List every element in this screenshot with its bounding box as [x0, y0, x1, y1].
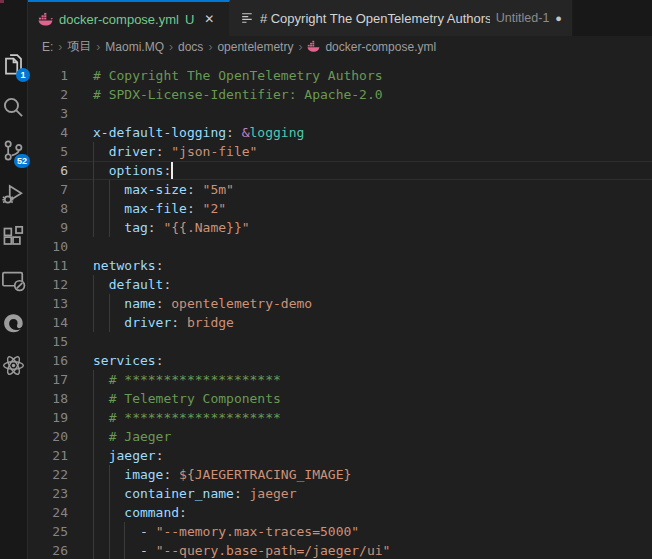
tab-untitled-1[interactable]: # Copyright The OpenTelemetry Authors Un…	[230, 0, 573, 36]
code-line[interactable]: 1 # Copyright The OpenTelemetry Authors	[28, 66, 652, 85]
code-text: tag: "{{.Name}}"	[93, 218, 652, 237]
code-token: logging	[250, 125, 305, 140]
line-number: 12	[28, 275, 68, 294]
code-token: driver	[124, 315, 171, 330]
code-token: :	[226, 125, 242, 140]
code-token: :	[156, 144, 172, 159]
code-line[interactable]: 15	[28, 332, 652, 351]
breadcrumb-item[interactable]: opentelemetry	[217, 40, 293, 54]
code-token	[93, 410, 109, 425]
breadcrumb-item[interactable]: Maomi.MQ	[105, 40, 164, 54]
edge-browser-icon	[1, 310, 26, 335]
code-line[interactable]: 16 services:	[28, 351, 652, 370]
editor[interactable]: 1 # Copyright The OpenTelemetry Authors …	[28, 57, 652, 559]
code-token: image	[124, 467, 163, 482]
line-number: 8	[28, 199, 68, 218]
line-number: 10	[28, 237, 68, 256]
code-token: networks	[93, 258, 156, 273]
indent-guide	[93, 408, 94, 427]
code-token: driver	[109, 144, 156, 159]
docker-compose-file-icon	[307, 40, 320, 53]
indent-guide	[109, 503, 110, 522]
sidebar-item-extensions[interactable]	[0, 220, 29, 252]
code-token: :	[156, 353, 164, 368]
code-line[interactable]: 9 tag: "{{.Name}}"	[28, 218, 652, 237]
code-line[interactable]: 11 networks:	[28, 256, 652, 275]
sidebar-item-source-control[interactable]: 52	[0, 134, 29, 166]
chevron-right-icon: ›	[298, 40, 302, 54]
code-text: name: opentelemetry-demo	[93, 294, 652, 313]
code-token: # ********************	[109, 410, 281, 425]
code-line[interactable]: 17 # ********************	[28, 370, 652, 389]
sidebar-item-edge-tools[interactable]	[0, 306, 29, 338]
code-text: # Jaeger	[93, 427, 652, 446]
code-text: command:	[93, 503, 652, 522]
code-token: :	[187, 201, 203, 216]
code-line[interactable]: 4 x-default-logging: &logging	[28, 123, 652, 142]
breadcrumb-item[interactable]: docker-compose.yml	[325, 40, 436, 54]
chevron-right-icon: ›	[96, 40, 100, 54]
atom-icon	[1, 353, 26, 378]
code-text: image: ${JAEGERTRACING_IMAGE}	[93, 465, 652, 484]
code-lines: 1 # Copyright The OpenTelemetry Authors …	[28, 66, 652, 559]
code-token: :	[163, 467, 179, 482]
code-token: :	[148, 220, 164, 235]
code-token	[93, 144, 109, 159]
code-line[interactable]: 6 options:	[28, 161, 652, 180]
code-token: :	[179, 505, 187, 520]
sidebar-item-search[interactable]	[0, 91, 29, 123]
code-line[interactable]: 18 # Telemetry Components	[28, 389, 652, 408]
code-token: # ********************	[109, 372, 281, 387]
indent-guide	[124, 541, 125, 559]
breadcrumb-item[interactable]: docs	[178, 40, 203, 54]
sidebar-item-react-devtools[interactable]	[0, 349, 29, 381]
breadcrumb-item[interactable]: 项目	[67, 38, 91, 55]
code-token: x-default-logging	[93, 125, 226, 140]
tab-secondary-label: Untitled-1	[496, 11, 550, 25]
code-token: :	[171, 315, 187, 330]
code-line[interactable]: 25 - "--memory.max-traces=5000"	[28, 522, 652, 541]
dirty-indicator-icon[interactable]: ●	[555, 12, 562, 24]
code-line[interactable]: 10	[28, 237, 652, 256]
chevron-right-icon: ›	[169, 40, 173, 54]
code-token: jaeger	[109, 448, 156, 463]
code-token	[93, 524, 140, 539]
tab-docker-compose-yml[interactable]: docker-compose.yml U ✕	[28, 0, 230, 36]
code-line[interactable]: 24 command:	[28, 503, 652, 522]
code-line[interactable]: 2 # SPDX-License-Identifier: Apache-2.0	[28, 85, 652, 104]
line-number: 3	[28, 104, 68, 123]
code-line[interactable]: 21 jaeger:	[28, 446, 652, 465]
line-number: 26	[28, 541, 68, 559]
code-line[interactable]: 26 - "--query.base-path=/jaeger/ui"	[28, 541, 652, 559]
code-line[interactable]: 8 max-file: "2"	[28, 199, 652, 218]
code-text: networks:	[93, 256, 652, 275]
sidebar-item-explorer[interactable]: 1	[0, 48, 29, 80]
close-icon[interactable]: ✕	[204, 12, 214, 26]
code-line[interactable]: 22 image: ${JAEGERTRACING_IMAGE}	[28, 465, 652, 484]
line-number: 25	[28, 522, 68, 541]
line-number: 5	[28, 142, 68, 161]
code-line[interactable]: 19 # ********************	[28, 408, 652, 427]
indent-guide	[109, 484, 110, 503]
code-line[interactable]: 5 driver: "json-file"	[28, 142, 652, 161]
code-line[interactable]: 14 driver: bridge	[28, 313, 652, 332]
code-text: driver: "json-file"	[93, 142, 652, 161]
code-line[interactable]: 23 container_name: jaeger	[28, 484, 652, 503]
code-token: options	[109, 163, 164, 178]
code-line[interactable]: 13 name: opentelemetry-demo	[28, 294, 652, 313]
sidebar-item-run-debug[interactable]	[0, 177, 29, 209]
tab-bar: docker-compose.yml U ✕ # Copyright The O…	[28, 0, 652, 36]
code-token: tag	[124, 220, 147, 235]
code-token: "--memory.max-traces=5000"	[156, 524, 360, 539]
code-line[interactable]: 20 # Jaeger	[28, 427, 652, 446]
code-line[interactable]: 3	[28, 104, 652, 123]
code-line[interactable]: 7 max-size: "5m"	[28, 180, 652, 199]
line-number: 6	[28, 161, 68, 180]
breadcrumb-item[interactable]: E:	[42, 40, 53, 54]
code-text	[93, 237, 652, 256]
code-line[interactable]: 12 default:	[28, 275, 652, 294]
indent-guide	[109, 313, 110, 332]
line-number: 7	[28, 180, 68, 199]
indent-guide	[124, 522, 125, 541]
sidebar-item-remote-explorer[interactable]	[0, 263, 29, 295]
